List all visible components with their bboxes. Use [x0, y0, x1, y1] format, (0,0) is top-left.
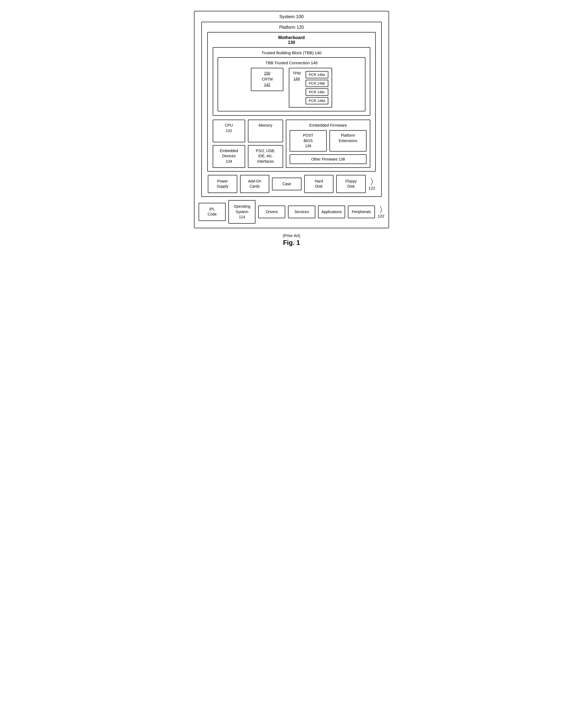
mb-lower: CPU 132 EmbeddedDevices134 Memory [213, 120, 370, 168]
system-lower: IPLCode OperatingSystem114 Drivers Servi… [199, 200, 384, 224]
tbb-num: 140 [315, 50, 322, 55]
memory-label: Memory [259, 123, 273, 127]
diagram-wrapper: System 100 Platform 120 Motherboard 130 [194, 11, 389, 246]
other-firmware-box: Other Firmware 138 [289, 154, 366, 164]
pcr-item-3: PCR 148d [306, 97, 328, 104]
platform-title: Platform 120 [205, 25, 378, 30]
floppy-disk-box: FloppyDisk [336, 175, 366, 193]
platform-num: 120 [297, 25, 304, 30]
drivers-box: Drivers [258, 206, 285, 218]
operating-system-box: OperatingSystem114 [228, 200, 255, 224]
cpu-label: CPU [225, 123, 233, 127]
motherboard-num: 130 [288, 40, 295, 45]
cpu-box: CPU 132 [213, 120, 245, 142]
tbb-tc-title: TBB Trusted Connection 146 [221, 60, 362, 65]
pcr-item-1: PCR 148b [306, 80, 328, 87]
platform-box: Platform 120 Motherboard 130 Trusted Bui… [201, 22, 382, 197]
crtm-ref: 150 [257, 71, 277, 75]
tpm-num: 144 [294, 76, 300, 81]
tbb-label: Trusted Building Block (TBB) [261, 50, 313, 55]
tbb-box: Trusted Building Block (TBB) 140 TBB Tru… [213, 47, 370, 116]
footer: (Prior Art) Fig. 1 [283, 233, 300, 246]
tbb-tc-num: 146 [311, 60, 317, 65]
page-container: System 100 Platform 120 Motherboard 130 [189, 5, 394, 252]
post-bios-box: POSTBIOS136 [289, 130, 327, 152]
services-box: Services [288, 206, 315, 218]
ef-title: Embedded Firmware [289, 123, 366, 127]
prior-art-label: (Prior Art) [283, 233, 300, 238]
pcr-list: PCR 148a PCR 148b PCR 148c PCR 148d [306, 71, 328, 104]
power-supply-box: PowerSupply [208, 175, 237, 193]
motherboard-title: Motherboard 130 [211, 35, 372, 45]
crtm-main-label: CRTM [257, 77, 277, 81]
tpm-label: TPM [293, 71, 301, 75]
platform-label: Platform [279, 25, 296, 30]
hard-disk-box: HardDisk [304, 175, 334, 193]
system-box: System 100 Platform 120 Motherboard 130 [194, 11, 389, 228]
tbb-title: Trusted Building Block (TBB) 140 [217, 50, 366, 55]
ef-inner-row: POSTBIOS136 PlatformExtensions [289, 130, 366, 152]
pcr-item-2: PCR 148c [306, 88, 328, 96]
applications-box: Applications [318, 206, 345, 218]
memory-box: Memory [248, 120, 283, 142]
cpu-num: 132 [226, 129, 232, 133]
tpm-pcr-group: TPM 144 PCR 148a PCR 148b PCR 148c PCR 1… [289, 68, 332, 108]
platform-bracket: 〉 122 [368, 178, 375, 190]
system-title: System 100 [199, 14, 384, 20]
interfaces-box: PS/2, USB,IDE, etc.Interfaces [248, 145, 283, 168]
peripherals-box: Peripherals [348, 206, 375, 218]
addon-cards-box: Add-OnCards [240, 175, 270, 193]
crtm-box: 150 CRTM 142 [251, 68, 283, 91]
case-box: Case [272, 178, 302, 190]
system-num: 100 [296, 14, 304, 19]
system-label: System [279, 14, 295, 19]
motherboard-box: Motherboard 130 Trusted Building Block (… [207, 32, 376, 172]
platform-lower: PowerSupply Add-OnCards Case HardDisk Fl… [208, 175, 375, 193]
platform-extensions-box: PlatformExtensions [329, 130, 366, 152]
tbb-tc-label: TBB Trusted Connection [266, 60, 310, 65]
ipl-code-box: IPLCode [199, 203, 226, 221]
tpm-section: TPM 144 [293, 71, 303, 81]
crtm-num: 142 [257, 82, 277, 87]
motherboard-label: Motherboard [278, 35, 305, 40]
system-bracket: 〉 122 [378, 206, 384, 218]
tbb-tc-box: TBB Trusted Connection 146 150 CRTM 142 [218, 57, 365, 111]
embedded-firmware-box: Embedded Firmware POSTBIOS136 PlatformEx… [286, 120, 370, 168]
embedded-devices-box: EmbeddedDevices134 [213, 145, 245, 168]
platform-bracket-num: 122 [368, 186, 375, 190]
mid-col: Memory PS/2, USB,IDE, etc.Interfaces [248, 120, 283, 168]
tbb-inner-row: 150 CRTM 142 TPM 144 [221, 68, 362, 108]
system-bracket-num: 122 [378, 214, 384, 218]
pcr-item-0: PCR 148a [306, 71, 328, 78]
left-col: CPU 132 EmbeddedDevices134 [213, 120, 245, 168]
fig-label: Fig. 1 [283, 239, 300, 246]
